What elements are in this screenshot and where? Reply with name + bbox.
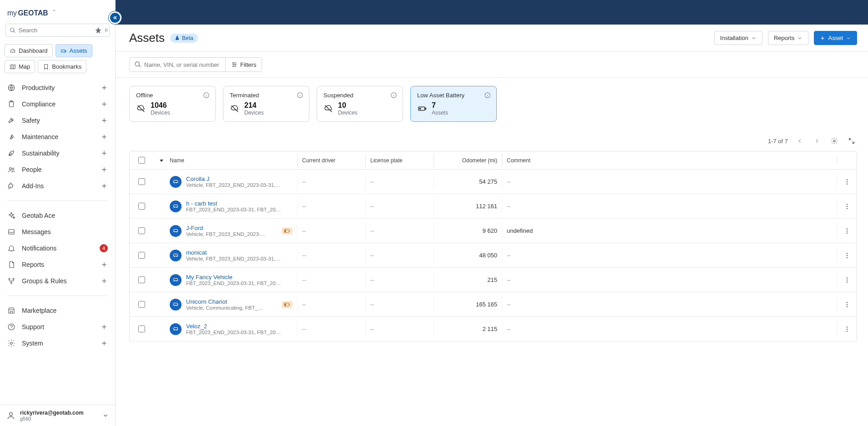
sidebar-item-label: People <box>22 166 101 173</box>
row-actions-button[interactable] <box>843 178 851 185</box>
table-row[interactable]: My Fancy Vehicle FBT_2023_END_2023-03-31… <box>130 268 857 292</box>
asset-name-link[interactable]: Veloz_2 <box>186 323 207 330</box>
table-row[interactable]: J-Ford Vehicle, FBT_2023_END_2023-… -- -… <box>130 219 857 243</box>
settings-button[interactable] <box>829 135 840 146</box>
stat-sub: Devices <box>244 110 264 116</box>
row-actions-button[interactable] <box>843 252 851 259</box>
table-row[interactable]: monicat Vehicle, FBT_2023_END_2023-03-31… <box>130 243 857 268</box>
cell-driver: -- <box>302 252 306 259</box>
filters-button[interactable]: Filters <box>226 58 262 71</box>
asset-type-icon <box>170 274 182 286</box>
sidebar-item-messages[interactable]: Messages <box>0 224 115 240</box>
sidebar-item-groups-rules[interactable]: Groups & Rules <box>0 273 115 289</box>
sidebar-item-label: Maintenance <box>22 133 101 140</box>
asset-type-icon <box>170 250 182 261</box>
sidebar-item-productivity[interactable]: Productivity <box>0 80 115 96</box>
tab-dashboard[interactable]: Dashboard <box>5 44 53 57</box>
select-all-checkbox[interactable] <box>138 157 145 164</box>
tab-bookmarks[interactable]: Bookmarks <box>38 60 86 73</box>
info-icon[interactable] <box>297 92 303 99</box>
col-plate-header[interactable]: License plate <box>370 157 403 164</box>
page-prev-button[interactable] <box>794 135 805 146</box>
row-actions-button[interactable] <box>843 203 851 210</box>
sidebar-item-geotab-ace[interactable]: Geotab Ace <box>0 207 115 224</box>
row-checkbox[interactable] <box>138 326 145 332</box>
sidebar-item-system[interactable]: System <box>0 335 115 351</box>
asset-name-link[interactable]: monicat <box>186 249 207 256</box>
table-row[interactable]: Unicorn Chariot Vehicle, Communicating, … <box>130 292 857 317</box>
stat-card-terminated[interactable]: Terminated 214 Devices <box>223 86 309 122</box>
asset-search[interactable] <box>130 58 226 71</box>
sidebar-item-safety[interactable]: Safety <box>0 112 115 129</box>
sidebar-item-sustainability[interactable]: Sustainability <box>0 145 115 161</box>
svg-text:GEOTAB: GEOTAB <box>18 9 48 17</box>
sidebar-item-marketplace[interactable]: Marketplace <box>0 302 115 319</box>
sidebar-item-people[interactable]: People <box>0 161 115 178</box>
nav-secondary: Geotab AceMessagesNotifications4ReportsG… <box>0 205 115 292</box>
row-checkbox[interactable] <box>138 301 145 308</box>
table-row[interactable]: h - carb test FBT_2023_END_2023-03-31, F… <box>130 194 857 219</box>
installation-dropdown[interactable]: Installation <box>714 31 762 45</box>
svg-point-11 <box>13 278 14 280</box>
global-search-input[interactable] <box>19 27 95 34</box>
sidebar-item-notifications[interactable]: Notifications4 <box>0 240 115 256</box>
col-odo-header[interactable]: Odometer (mi) <box>462 157 497 164</box>
row-checkbox[interactable] <box>138 276 145 283</box>
stats-row: Offline 1046 Devices Terminated 214 Devi… <box>116 78 868 135</box>
asset-name-link[interactable]: Corolla J <box>186 175 209 182</box>
sidebar-item-add-ins[interactable]: Add-Ins <box>0 178 115 194</box>
asset-search-input[interactable] <box>144 61 221 68</box>
sidebar-item-compliance[interactable]: Compliance <box>0 96 115 112</box>
reports-dropdown[interactable]: Reports <box>768 31 809 45</box>
info-icon[interactable] <box>484 92 491 99</box>
sort-indicator[interactable] <box>153 154 170 167</box>
col-driver-header[interactable]: Current driver <box>302 157 335 164</box>
asset-name-link[interactable]: h - carb test <box>186 200 217 207</box>
col-comment-header[interactable]: Comment <box>507 157 530 164</box>
user-account-row[interactable]: rickyrivera@geotab.com g560 <box>0 405 115 426</box>
row-checkbox[interactable] <box>138 178 145 185</box>
sidebar-collapse-button[interactable] <box>109 11 121 24</box>
badge: 4 <box>100 244 108 252</box>
asset-name-link[interactable]: J-Ford <box>186 225 203 231</box>
stat-value: 7 <box>432 101 448 110</box>
svg-rect-3 <box>61 50 65 52</box>
sidebar-item-reports[interactable]: Reports <box>0 256 115 273</box>
stat-card-offline[interactable]: Offline 1046 Devices <box>129 86 216 122</box>
add-asset-button[interactable]: Asset <box>814 31 857 45</box>
tab-label: Assets <box>70 47 87 54</box>
sidebar-item-label: Compliance <box>22 100 101 108</box>
global-search[interactable]: F <box>5 24 110 37</box>
row-actions-button[interactable] <box>843 301 851 308</box>
asset-type-icon <box>170 323 182 335</box>
tab-map[interactable]: Map <box>5 60 35 73</box>
svg-rect-32 <box>285 230 286 232</box>
flask-icon <box>175 35 180 40</box>
row-checkbox[interactable] <box>138 227 145 234</box>
row-checkbox[interactable] <box>138 203 145 210</box>
asset-name-link[interactable]: My Fancy Vehicle <box>186 274 232 281</box>
info-icon[interactable] <box>390 92 397 99</box>
table-row[interactable]: Veloz_2 FBT_2023_END_2023-03-31, FBT_202… <box>130 317 857 341</box>
user-icon <box>6 411 15 420</box>
row-actions-button[interactable] <box>843 227 851 235</box>
tab-assets[interactable]: Assets <box>56 44 92 57</box>
sidebar-item-maintenance[interactable]: Maintenance <box>0 129 115 145</box>
row-actions-button[interactable] <box>843 326 851 333</box>
stat-card-suspended[interactable]: Suspended 10 Devices <box>317 86 403 122</box>
stat-card-low-asset-battery[interactable]: Low Asset Battery 7 Assets <box>410 86 497 122</box>
sidebar-item-support[interactable]: Support <box>0 319 115 335</box>
expand-button[interactable] <box>846 135 857 146</box>
row-checkbox[interactable] <box>138 252 145 259</box>
user-email: rickyrivera@geotab.com <box>20 410 98 416</box>
svg-point-38 <box>846 257 847 258</box>
row-actions-button[interactable] <box>843 276 851 284</box>
page-header: Assets Beta Installation Reports Asset <box>116 25 868 52</box>
info-icon[interactable] <box>203 92 210 99</box>
stat-sub: Assets <box>432 110 448 116</box>
col-name-header[interactable]: Name <box>170 157 184 164</box>
asset-name-link[interactable]: Unicorn Chariot <box>186 298 227 305</box>
page-next-button[interactable] <box>812 135 823 146</box>
sidebar-item-label: System <box>22 340 101 347</box>
table-row[interactable]: Corolla J Vehicle, FBT_2023_END_2023-03-… <box>130 170 857 194</box>
